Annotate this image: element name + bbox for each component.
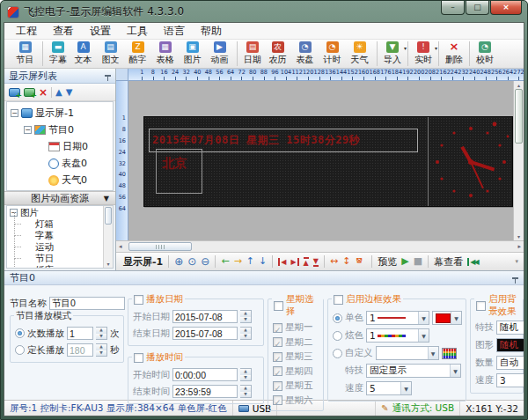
menu-item[interactable]: 工具 xyxy=(119,24,156,39)
toolbar-button[interactable]: × 删除 xyxy=(438,41,466,66)
spinner[interactable] xyxy=(96,343,107,357)
scroll-down-icon[interactable]: ▾ xyxy=(104,261,113,267)
pin-icon[interactable] xyxy=(512,277,518,279)
dropdown-arrow-icon[interactable]: ▾ xyxy=(435,45,437,51)
scroll-up-icon[interactable]: ▴ xyxy=(514,82,524,88)
pin-icon[interactable] xyxy=(105,75,111,77)
toolbar-button[interactable]: ▬ 字幕 xyxy=(42,41,70,66)
resource-item[interactable]: 节日 xyxy=(7,253,113,264)
stretch-horizontal-icon[interactable]: ↔ xyxy=(330,255,338,268)
add-program-button[interactable] xyxy=(24,88,35,97)
dropdown-button[interactable] xyxy=(418,312,429,324)
stretch-vertical-icon[interactable]: ↕ xyxy=(342,255,350,268)
move-left-icon[interactable]: ← xyxy=(221,255,229,268)
menu-item[interactable]: 查看 xyxy=(45,24,82,39)
stretch-full-icon[interactable]: ↔ ↔ xyxy=(355,255,366,268)
dropdown-button[interactable] xyxy=(450,365,460,377)
background-effect-checkbox[interactable] xyxy=(476,301,486,311)
single-color-radio[interactable] xyxy=(333,313,342,323)
single-color-style-select[interactable]: 1 xyxy=(366,311,429,325)
weekday-checkbox[interactable] xyxy=(273,395,282,405)
zoom-fit-icon[interactable]: ⊙ xyxy=(187,255,196,268)
spinner[interactable] xyxy=(240,327,252,340)
move-down-icon[interactable]: ↓ xyxy=(259,255,267,268)
background-speed-select[interactable]: 3 xyxy=(496,373,524,387)
weekday-checkbox[interactable] xyxy=(273,366,282,376)
city-region[interactable]: 北京 xyxy=(156,149,202,194)
zoom-out-icon[interactable]: ⊖ xyxy=(201,255,209,268)
fixed-length-radio[interactable] xyxy=(15,345,25,355)
program-name-input[interactable] xyxy=(49,297,125,310)
align-bottom-icon[interactable]: ▼ xyxy=(313,257,319,267)
resource-item[interactable]: 字幕 xyxy=(7,230,113,241)
preview-button[interactable]: 预览 xyxy=(378,255,397,269)
zoom-in-icon[interactable]: ⊕ xyxy=(174,255,183,268)
background-shape-select[interactable]: 随机 xyxy=(496,338,524,352)
move-up-icon[interactable]: ↑ xyxy=(246,255,254,268)
move-up-button[interactable]: ▲ xyxy=(55,88,62,97)
toolbar-button[interactable]: ▶ 动画 xyxy=(206,41,233,66)
menu-item[interactable]: 工程 xyxy=(8,24,45,39)
chevron-down-icon[interactable]: ▼ xyxy=(104,195,109,203)
scroll-right-icon[interactable]: ▸ xyxy=(517,243,521,250)
border-speed-select[interactable]: 5 xyxy=(366,381,412,395)
toolbar-button[interactable]: ◔ 校时 xyxy=(469,41,496,66)
toolbar-button[interactable]: ! 实时 ▾ xyxy=(407,41,435,66)
start-date-input[interactable] xyxy=(172,310,238,323)
dropdown-button[interactable] xyxy=(418,329,429,342)
align-right-icon[interactable]: ▶ xyxy=(290,258,298,266)
weekday-checkbox[interactable] xyxy=(273,323,282,333)
dropdown-button[interactable] xyxy=(451,312,461,324)
resource-scrollbar[interactable]: ▾ xyxy=(103,206,113,268)
custom-radio[interactable] xyxy=(333,349,342,358)
border-effect-checkbox[interactable] xyxy=(334,295,343,305)
multi-color-style-select[interactable]: 1 xyxy=(366,328,429,343)
play-count-radio[interactable] xyxy=(15,328,25,338)
add-screen-button[interactable] xyxy=(9,88,20,97)
border-fx-select[interactable]: 固定显示 xyxy=(366,364,461,378)
toolbar-button[interactable]: A 文本 xyxy=(70,41,97,66)
toolbar-button[interactable]: ▦ 节目 xyxy=(11,41,39,66)
expander-icon[interactable]: − xyxy=(11,109,18,117)
move-down-button[interactable]: ▼ xyxy=(66,88,73,97)
weekday-checkbox[interactable] xyxy=(273,381,282,391)
led-screen-preview[interactable]: 2015年07月08日 星期三 15时38分29秒 北京 xyxy=(143,116,513,207)
close-button[interactable]: × xyxy=(490,1,522,15)
tree-item[interactable]: 天气0 xyxy=(7,172,113,188)
maximize-button[interactable]: □ xyxy=(466,1,489,15)
toolbar-button[interactable]: ▤ 图文 xyxy=(97,41,124,66)
horizontal-scrollbar[interactable]: ◂ ▸ xyxy=(116,240,524,252)
move-right-icon[interactable]: → xyxy=(234,255,242,268)
delete-node-button[interactable]: × xyxy=(39,87,48,98)
weekday-checkbox[interactable] xyxy=(273,352,282,362)
scroll-down-icon[interactable]: ▾ xyxy=(514,233,524,239)
border-color-select[interactable] xyxy=(432,311,462,325)
resource-item[interactable]: 婚庆 xyxy=(7,264,113,269)
dropdown-button[interactable] xyxy=(428,347,438,359)
vertical-scrollbar[interactable]: ▴ ▾ xyxy=(513,81,524,240)
toolbar-button[interactable]: Z 酷字 xyxy=(124,41,151,66)
toolbar-button[interactable]: ◔ 表盘 xyxy=(291,41,319,66)
toolbar-button[interactable]: 农 农历 xyxy=(264,41,291,66)
spinner[interactable] xyxy=(96,327,107,340)
play-icon[interactable]: ▶ xyxy=(401,255,408,268)
tree-item[interactable]: − 显示屏-1 xyxy=(7,105,113,122)
weekday-select-checkbox[interactable] xyxy=(274,301,283,311)
custom-style-select[interactable] xyxy=(376,346,439,360)
menu-item[interactable]: 帮助 xyxy=(193,24,230,39)
screen-view-button[interactable]: 幕查看 xyxy=(434,255,463,269)
overflow-chevron-icon[interactable]: ▾ xyxy=(515,258,518,265)
resource-item[interactable]: − 图片 xyxy=(7,207,113,218)
minimize-button[interactable]: – xyxy=(441,1,465,15)
spinner[interactable] xyxy=(240,310,252,323)
menu-item[interactable]: 设置 xyxy=(82,24,119,39)
palette-button[interactable] xyxy=(442,348,457,359)
clock-region[interactable] xyxy=(429,117,513,207)
scrollbar-thumb[interactable] xyxy=(105,207,112,225)
spinner[interactable] xyxy=(240,385,252,398)
background-count-select[interactable]: 自动 xyxy=(496,356,524,370)
toolbar-button[interactable]: ☀ 天气 xyxy=(346,41,373,66)
toolbar-button[interactable]: ◔ 计时 xyxy=(319,41,346,66)
end-time-input[interactable] xyxy=(172,385,238,398)
end-date-input[interactable] xyxy=(172,327,238,340)
